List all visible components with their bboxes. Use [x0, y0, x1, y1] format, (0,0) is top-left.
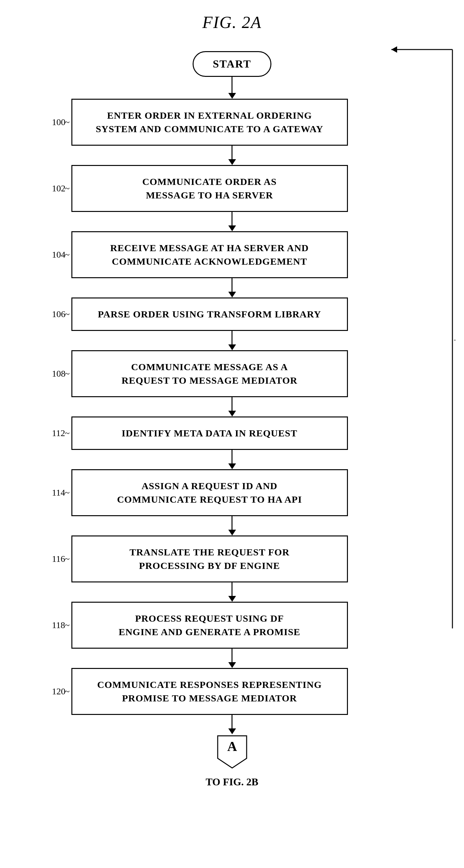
label-120: 120: [52, 686, 66, 696]
arrow-4: [228, 331, 236, 350]
node-104-wrapper: 104 ~ RECEIVE MESSAGE AT HA SERVER AND C…: [71, 231, 393, 278]
label-108: 108: [52, 369, 66, 379]
label-106: 106: [52, 309, 66, 319]
label-112: 112: [52, 428, 65, 438]
node-106: PARSE ORDER USING TRANSFORM LIBRARY: [71, 298, 348, 331]
diagram-container: FIG. 2A START —110 1: [0, 0, 464, 868]
arrow-2: [228, 212, 236, 231]
arrow-10: [228, 715, 236, 734]
arrow-5: [228, 397, 236, 416]
svg-text:—110: —110: [454, 334, 456, 344]
to-fig-label: TO FIG. 2B: [206, 776, 258, 788]
node-102-wrapper: 102 ~ COMMUNICATE ORDER AS MESSAGE TO HA…: [71, 165, 393, 212]
node-108-wrapper: 108 ~ COMMUNICATE MESSAGE AS A REQUEST T…: [71, 350, 393, 397]
node-108: COMMUNICATE MESSAGE AS A REQUEST TO MESS…: [71, 350, 348, 397]
start-node: START: [193, 51, 272, 77]
label-118: 118: [52, 620, 65, 630]
node-112: IDENTIFY META DATA IN REQUEST: [71, 416, 348, 450]
svg-text:A: A: [227, 739, 237, 754]
node-118: PROCESS REQUEST USING DF ENGINE AND GENE…: [71, 602, 348, 649]
label-102: 102: [52, 183, 66, 194]
arrow-8: [228, 582, 236, 602]
label-104: 104: [52, 250, 66, 260]
flowchart: START —110 100 ~ ENT: [0, 51, 464, 788]
connector-a-shape: A: [216, 734, 248, 770]
node-102: COMMUNICATE ORDER AS MESSAGE TO HA SERVE…: [71, 165, 348, 212]
node-104: RECEIVE MESSAGE AT HA SERVER AND COMMUNI…: [71, 231, 348, 278]
connector-a-group: A: [216, 734, 248, 770]
label-114: 114: [52, 488, 65, 498]
node-120-wrapper: 120 ~ COMMUNICATE RESPONSES REPRESENTING…: [71, 668, 393, 715]
node-118-wrapper: 118 ~ PROCESS REQUEST USING DF ENGINE AN…: [71, 602, 393, 649]
figure-title: FIG. 2A: [0, 13, 464, 32]
node-100-wrapper: 100 ~ ENTER ORDER IN EXTERNAL ORDERING S…: [71, 99, 393, 146]
arrow-1: [228, 146, 236, 165]
arrow-6: [228, 450, 236, 469]
node-100: ENTER ORDER IN EXTERNAL ORDERING SYSTEM …: [71, 99, 348, 146]
arrow-9: [228, 649, 236, 668]
node-114-wrapper: 114 ~ ASSIGN A REQUEST ID AND COMMUNICAT…: [71, 469, 393, 516]
node-112-wrapper: 112 ~ IDENTIFY META DATA IN REQUEST: [71, 416, 393, 450]
node-116-wrapper: 116 ~ TRANSLATE THE REQUEST FOR PROCESSI…: [71, 535, 393, 582]
svg-marker-2: [391, 46, 397, 53]
node-120: COMMUNICATE RESPONSES REPRESENTING PROMI…: [71, 668, 348, 715]
node-116: TRANSLATE THE REQUEST FOR PROCESSING BY …: [71, 535, 348, 582]
arrow-7: [228, 516, 236, 535]
label-116: 116: [52, 554, 65, 564]
label-100: 100: [52, 117, 66, 127]
node-106-wrapper: 106 ~ PARSE ORDER USING TRANSFORM LIBRAR…: [71, 298, 393, 331]
node-114: ASSIGN A REQUEST ID AND COMMUNICATE REQU…: [71, 469, 348, 516]
arrow-3: [228, 278, 236, 298]
